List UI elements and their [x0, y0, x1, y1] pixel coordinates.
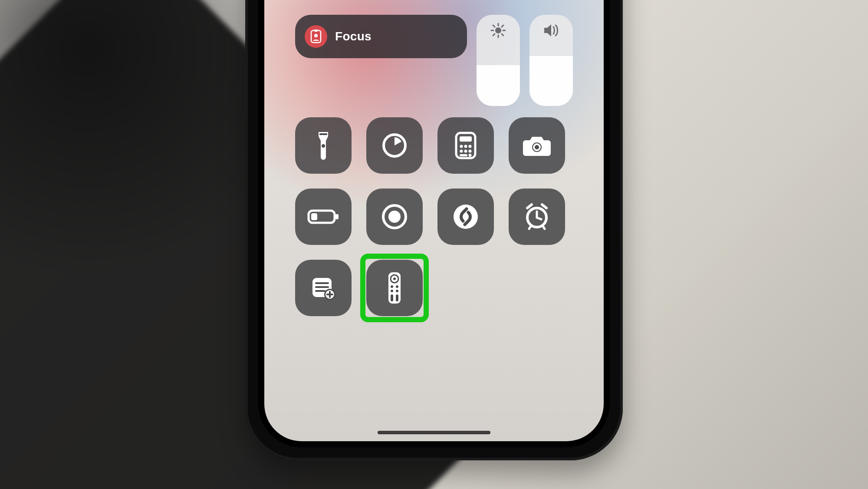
record-circle-icon [381, 203, 408, 231]
note-add-icon [310, 275, 337, 301]
svg-point-52 [396, 285, 398, 288]
quick-note-button[interactable] [295, 260, 352, 316]
svg-rect-1 [314, 30, 318, 32]
timer-icon [381, 132, 408, 159]
svg-rect-56 [396, 294, 398, 301]
svg-line-10 [502, 25, 503, 27]
svg-rect-12 [319, 133, 327, 135]
focus-label: Focus [335, 30, 372, 43]
svg-point-18 [464, 145, 467, 148]
svg-line-35 [537, 218, 541, 219]
low-power-mode-button[interactable] [295, 188, 352, 245]
timer-button[interactable] [366, 117, 423, 174]
alarm-button[interactable] [509, 188, 565, 245]
svg-point-21 [464, 150, 467, 153]
svg-point-20 [460, 150, 463, 153]
control-center-grid [295, 117, 573, 316]
phone-screen: Focus [264, 0, 604, 441]
focus-button[interactable]: Focus [295, 15, 467, 58]
home-indicator [378, 431, 490, 434]
brightness-fill [477, 65, 520, 106]
volume-slider[interactable] [529, 15, 573, 106]
apple-tv-remote-button[interactable] [366, 260, 423, 316]
calculator-icon [455, 132, 477, 159]
svg-rect-48 [388, 272, 401, 304]
svg-line-8 [493, 25, 495, 27]
flashlight-icon [315, 130, 332, 161]
svg-point-54 [396, 290, 398, 292]
remote-icon [387, 271, 402, 305]
flashlight-button[interactable] [295, 117, 352, 174]
alarm-clock-icon [523, 203, 551, 231]
volume-fill [529, 56, 573, 106]
svg-rect-16 [460, 136, 472, 142]
id-badge-icon [305, 25, 327, 48]
svg-point-24 [469, 154, 472, 157]
svg-rect-28 [335, 214, 339, 219]
svg-point-53 [391, 290, 393, 292]
svg-rect-29 [311, 213, 317, 220]
svg-line-38 [529, 226, 531, 229]
phone-frame: Focus [245, 0, 623, 460]
sun-icon [490, 23, 506, 38]
svg-point-22 [469, 150, 472, 153]
control-center-top-row: Focus [295, 15, 573, 106]
svg-point-17 [460, 145, 463, 148]
svg-point-51 [391, 285, 393, 288]
svg-line-11 [493, 34, 495, 36]
svg-line-39 [543, 226, 545, 229]
svg-point-31 [388, 211, 401, 223]
svg-point-19 [469, 145, 472, 148]
svg-point-50 [393, 278, 396, 280]
svg-line-9 [502, 34, 503, 36]
brightness-slider[interactable] [477, 15, 520, 106]
shazam-button[interactable] [437, 188, 494, 245]
svg-point-2 [314, 34, 318, 37]
svg-rect-23 [460, 154, 467, 156]
camera-button[interactable] [509, 117, 565, 174]
calculator-button[interactable] [437, 117, 494, 174]
camera-icon [522, 134, 552, 157]
battery-low-icon [307, 208, 339, 225]
screen-record-button[interactable] [366, 188, 423, 245]
control-center: Focus [295, 15, 573, 316]
svg-line-37 [542, 205, 546, 208]
svg-point-13 [322, 144, 325, 148]
shazam-icon [452, 203, 480, 231]
svg-line-36 [527, 205, 532, 208]
slider-group [477, 15, 573, 106]
svg-point-3 [495, 27, 501, 33]
svg-rect-55 [391, 294, 393, 301]
speaker-icon [542, 23, 560, 38]
